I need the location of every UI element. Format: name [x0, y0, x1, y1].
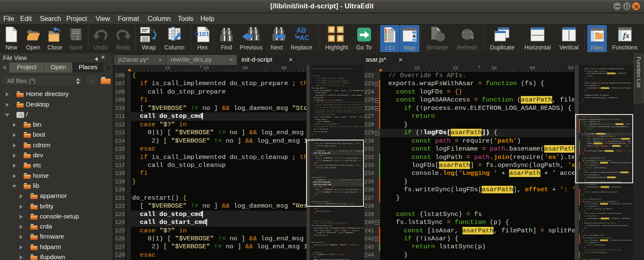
svg-text:AB: AB: [296, 27, 306, 34]
svg-text:0: 0: [195, 30, 198, 37]
svg-text:fx: fx: [623, 31, 629, 40]
svg-text:101: 101: [199, 30, 209, 37]
svg-text:AC: AC: [300, 34, 310, 42]
